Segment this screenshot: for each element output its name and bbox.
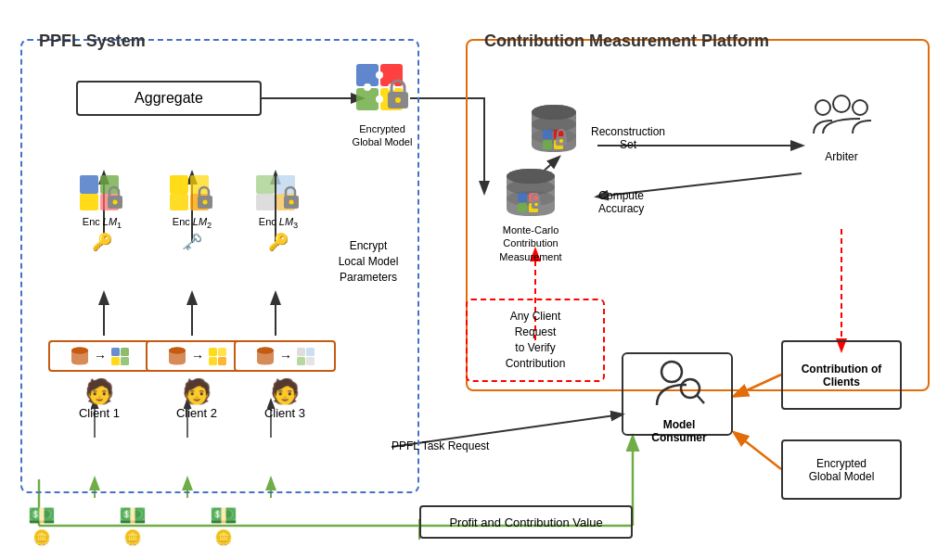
svg-rect-68 xyxy=(306,348,315,356)
arbiter-box: Arbiter xyxy=(804,95,879,163)
enc-lm1-key: 🔑 xyxy=(65,232,139,252)
svg-line-14 xyxy=(735,433,781,469)
enc-lm3-label: Enc LM3 xyxy=(241,216,315,230)
any-client-request-label: Any ClientRequestto VerifyContribution xyxy=(506,309,566,371)
svg-point-52 xyxy=(289,200,294,205)
client2-person: 🧑 xyxy=(146,377,248,406)
svg-rect-49 xyxy=(256,194,275,210)
svg-rect-69 xyxy=(297,357,305,365)
enc-lm3-key: 🔑 xyxy=(241,232,315,252)
money2-icon: 💵 xyxy=(119,503,147,528)
ppfl-task-request-label: PPFL Task Request xyxy=(392,439,489,452)
client3-box: → 🧑 Client 3 xyxy=(234,340,336,420)
svg-point-34 xyxy=(395,97,401,103)
enc-global-model-top: EncryptedGlobal Model xyxy=(340,62,424,149)
svg-rect-75 xyxy=(543,130,552,139)
svg-point-54 xyxy=(71,348,88,354)
contribution-of-clients-box: Contribution of Clients xyxy=(781,340,902,410)
money-area: 💵 🪙 💵 🪙 💵 🪙 xyxy=(28,503,238,546)
compute-accuracy-label: ComputeAccuracy xyxy=(598,189,644,215)
coin2: 🪙 xyxy=(119,528,147,546)
model-consumer: ModelConsumer xyxy=(633,359,725,444)
enc-lm1: Enc LM1 🔑 xyxy=(65,173,139,252)
svg-rect-64 xyxy=(218,357,226,365)
svg-point-66 xyxy=(257,348,274,354)
svg-rect-56 xyxy=(121,348,129,356)
svg-rect-25 xyxy=(356,64,379,86)
enc-global-model-label: EncryptedGlobal Model xyxy=(340,122,424,149)
enc-lm3: Enc LM3 🔑 xyxy=(241,173,315,252)
aggregate-box: Aggregate xyxy=(76,81,262,116)
ppfl-system-label: PPFL System xyxy=(39,32,146,51)
client1-area: → 🧑 Client 1 xyxy=(48,340,150,420)
svg-rect-57 xyxy=(111,357,120,365)
client3-area: → 🧑 Client 3 xyxy=(234,340,336,420)
aggregate-label: Aggregate xyxy=(135,90,203,107)
money3: 💵 🪙 xyxy=(210,503,238,546)
client2-label: Client 2 xyxy=(146,406,248,420)
svg-point-80 xyxy=(559,139,563,143)
arbiter-icon xyxy=(804,95,879,150)
svg-rect-35 xyxy=(80,175,98,194)
profit-contribution-box: Profit and Contribution Value xyxy=(419,505,633,539)
svg-line-96 xyxy=(697,395,704,403)
svg-rect-63 xyxy=(209,357,217,365)
money1-icon: 💵 xyxy=(28,503,56,528)
svg-rect-27 xyxy=(356,88,379,110)
svg-point-40 xyxy=(113,200,118,205)
svg-rect-90 xyxy=(518,203,527,212)
svg-rect-58 xyxy=(121,357,129,365)
money3-icon: 💵 xyxy=(210,503,238,528)
svg-rect-55 xyxy=(111,348,120,356)
monte-carlo-box: Monte-CarloContributionMeasurement xyxy=(484,169,577,263)
client2-db-puzzle: → xyxy=(146,340,248,372)
cmp-label: Contribution Measurement Platform xyxy=(484,32,769,51)
svg-rect-62 xyxy=(218,348,226,356)
reconstruction-set-db xyxy=(517,104,591,159)
model-consumer-label: ModelConsumer xyxy=(633,418,725,444)
svg-rect-43 xyxy=(170,194,188,210)
svg-rect-41 xyxy=(170,175,188,194)
svg-point-60 xyxy=(169,348,186,354)
svg-point-82 xyxy=(833,95,850,112)
enc-lm2-label: Enc LM2 xyxy=(155,216,229,230)
client3-person: 🧑 xyxy=(234,377,336,406)
enc-lm1-label: Enc LM1 xyxy=(65,216,139,230)
svg-rect-61 xyxy=(209,348,217,356)
enc-lm2: Enc LM2 🗝️ xyxy=(155,173,229,252)
svg-point-94 xyxy=(661,362,682,382)
model-consumer-icon xyxy=(633,359,725,418)
svg-rect-77 xyxy=(543,140,552,149)
client2-box: → 🧑 Client 2 xyxy=(146,340,248,420)
svg-point-29 xyxy=(376,71,383,79)
monte-carlo-label: Monte-CarloContributionMeasurement xyxy=(484,223,577,263)
svg-rect-47 xyxy=(256,175,275,194)
svg-rect-70 xyxy=(306,357,315,365)
svg-point-30 xyxy=(364,83,371,91)
svg-point-83 xyxy=(853,100,867,115)
enc-lm2-key: 🗝️ xyxy=(155,232,229,252)
svg-rect-67 xyxy=(297,348,305,356)
enc-global-model-bottom-label: EncryptedGlobal Model xyxy=(809,457,875,483)
profit-contribution-label: Profit and Contribution Value xyxy=(449,515,602,529)
svg-rect-37 xyxy=(80,194,98,210)
svg-point-81 xyxy=(815,100,830,115)
svg-point-46 xyxy=(203,200,208,205)
client1-label: Client 1 xyxy=(48,406,150,420)
any-client-request-box: Any ClientRequestto VerifyContribution xyxy=(466,299,605,382)
client1-box: → 🧑 Client 1 xyxy=(48,340,150,420)
encrypt-label: EncryptLocal ModelParameters xyxy=(327,238,410,285)
arbiter-label: Arbiter xyxy=(804,150,879,163)
coin3: 🪙 xyxy=(210,528,238,546)
svg-point-93 xyxy=(534,203,538,207)
client2-area: → 🧑 Client 2 xyxy=(146,340,248,420)
client3-label: Client 3 xyxy=(234,406,336,420)
svg-rect-88 xyxy=(518,193,527,202)
coin1: 🪙 xyxy=(28,528,56,546)
enc-global-model-icon xyxy=(354,62,410,119)
enc-global-model-bottom-box: EncryptedGlobal Model xyxy=(781,439,902,500)
money2: 💵 🪙 xyxy=(119,503,147,546)
client1-person: 🧑 xyxy=(48,377,150,406)
reconstruction-set-label: ReconstructionSet xyxy=(591,125,665,151)
svg-point-32 xyxy=(376,95,383,103)
